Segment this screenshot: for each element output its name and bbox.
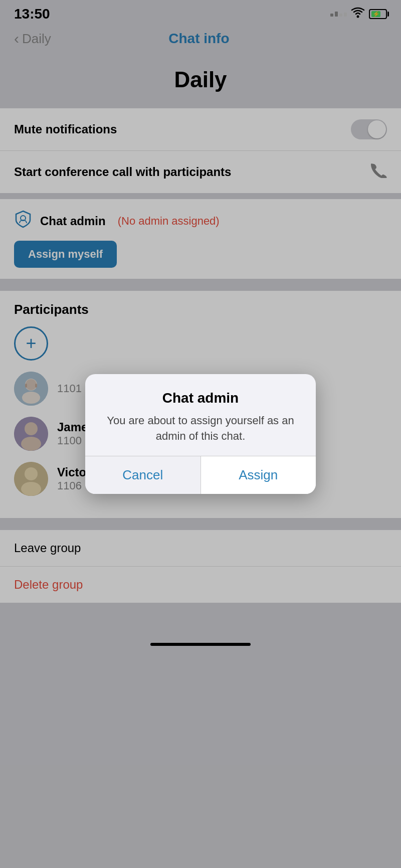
modal-actions: Cancel Assign xyxy=(85,456,316,494)
modal-overlay: Chat admin You are about to assign yours… xyxy=(0,0,401,868)
modal-message: You are about to assign yourself as an a… xyxy=(101,413,300,444)
cancel-button[interactable]: Cancel xyxy=(85,456,201,494)
assign-button[interactable]: Assign xyxy=(201,456,316,494)
modal-body: Chat admin You are about to assign yours… xyxy=(85,374,316,456)
modal-dialog: Chat admin You are about to assign yours… xyxy=(85,374,316,494)
modal-title: Chat admin xyxy=(101,390,300,406)
